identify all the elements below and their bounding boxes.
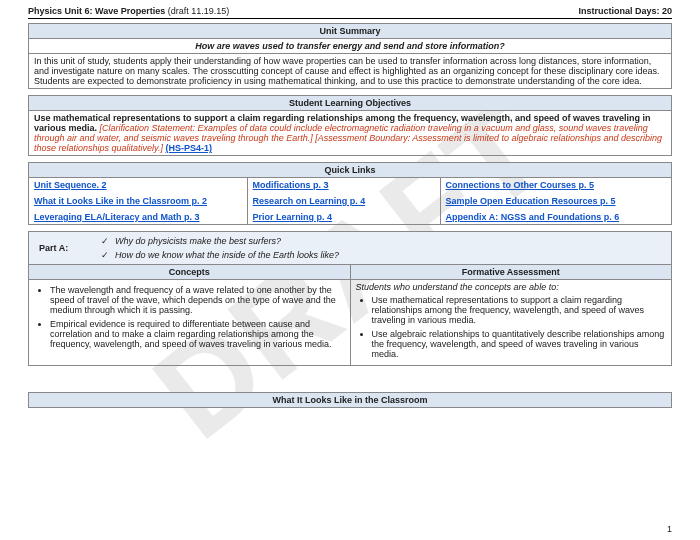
slo-box: Student Learning Objectives Use mathemat… [28,95,672,156]
link-appendix-a[interactable]: Appendix A: NGSS and Foundations p. 6 [446,212,620,222]
link-unit-sequence[interactable]: Unit Sequence. 2 [34,180,107,190]
link-modifications[interactable]: Modifications p. 3 [253,180,329,190]
formative-cell: Students who understand the concepts are… [350,280,672,366]
part-a-box: Part A: ✓Why do physicists make the best… [28,231,672,366]
check-icon: ✓ [101,250,109,260]
unit-title: Physics Unit 6: Wave Properties [28,6,165,16]
link-research[interactable]: Research on Learning p. 4 [253,196,366,206]
link-ela-math[interactable]: Leveraging ELA/Literacy and Math p. 3 [34,212,200,222]
instructional-days: Instructional Days: 20 [578,6,672,16]
link-classroom[interactable]: What it Looks Like in the Classroom p. 2 [34,196,207,206]
link-oer[interactable]: Sample Open Education Resources p. 5 [446,196,616,206]
page-number: 1 [667,524,672,534]
quick-links-band: Quick Links [29,163,672,178]
formative-item: Use algebraic relationships to quantitat… [372,329,667,359]
quick-links-col1: Unit Sequence. 2 What it Looks Like in t… [29,178,248,225]
check-icon: ✓ [101,236,109,246]
unit-summary-box: Unit Summary How are waves used to trans… [28,23,672,89]
concept-item: Empirical evidence is required to differ… [50,319,345,349]
header-rule [28,18,672,19]
summary-body: In this unit of study, students apply th… [29,54,672,89]
page-header: Physics Unit 6: Wave Properties (draft 1… [28,6,672,16]
unit-summary-band: Unit Summary [29,24,672,39]
part-a-q1: Why do physicists make the best surfers? [115,236,281,246]
link-connections[interactable]: Connections to Other Courses p. 5 [446,180,595,190]
part-a-q2: How do we know what the inside of the Ea… [115,250,339,260]
essential-question: How are waves used to transfer energy an… [29,39,672,54]
formative-item: Use mathematical representations to supp… [372,295,667,325]
slo-band: Student Learning Objectives [29,96,672,111]
formative-band: Formative Assessment [350,265,672,280]
quick-links-col2: Modifications p. 3 Research on Learning … [247,178,440,225]
part-a-label: Part A: [34,234,86,262]
classroom-band-box: What It Looks Like in the Classroom [28,392,672,408]
standard-code-link[interactable]: (HS-PS4-1) [165,143,212,153]
header-left: Physics Unit 6: Wave Properties (draft 1… [28,6,229,16]
concepts-band: Concepts [29,265,351,280]
draft-date: (draft 11.19.15) [165,6,229,16]
formative-intro: Students who understand the concepts are… [356,282,667,292]
slo-body: Use mathematical representations to supp… [29,111,672,156]
quick-links-box: Quick Links Unit Sequence. 2 What it Loo… [28,162,672,225]
slo-clarification: [Clarification Statement: Examples of da… [34,123,662,153]
part-a-row: Part A: ✓Why do physicists make the best… [29,232,672,265]
concept-item: The wavelength and frequency of a wave r… [50,285,345,315]
link-prior-learning[interactable]: Prior Learning p. 4 [253,212,333,222]
concepts-cell: The wavelength and frequency of a wave r… [29,280,351,366]
quick-links-col3: Connections to Other Courses p. 5 Sample… [440,178,672,225]
classroom-band: What It Looks Like in the Classroom [29,393,672,408]
